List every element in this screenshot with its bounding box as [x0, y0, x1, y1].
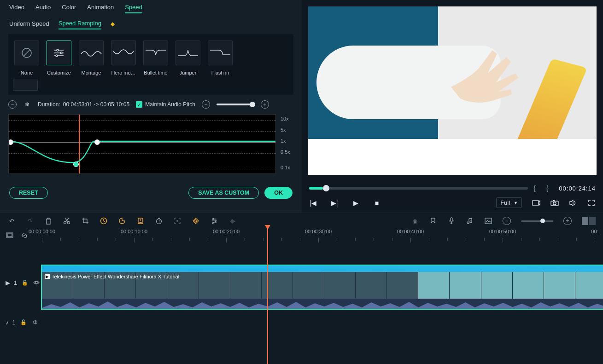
redo-icon[interactable]: ↷ [26, 217, 34, 225]
timeline-toolbar: ↶ ↷ ◉ − + [0, 213, 603, 229]
speed-axis-labels: 10x 5x 1x 0.5x 0.1x [281, 114, 293, 174]
keyframe-tool-icon[interactable] [192, 217, 200, 225]
video-clip-1[interactable]: ▶Telekinesis Power Effect Wondershare Fi… [41, 265, 603, 310]
render-icon[interactable]: ◉ [410, 217, 419, 225]
remove-keyframe-button[interactable]: − [8, 100, 17, 109]
delete-icon[interactable] [44, 217, 53, 225]
tab-audio[interactable]: Audio [35, 4, 51, 13]
zoom-out-button[interactable]: − [503, 217, 511, 225]
render-preview-icon[interactable] [532, 199, 540, 207]
zoom-slider[interactable] [521, 220, 553, 222]
volume-icon[interactable] [569, 199, 577, 207]
mute-icon[interactable] [31, 318, 40, 326]
preset-none[interactable]: None [13, 40, 41, 76]
preset-flash-in[interactable]: Flash in [206, 40, 234, 76]
svg-point-24 [212, 222, 214, 224]
tab-color[interactable]: Color [62, 4, 76, 13]
video-track-1[interactable]: ▶ 1 🔓 ▶Telekinesis Power Effect Wondersh… [40, 265, 603, 310]
chevron-down-icon: ▼ [514, 201, 518, 205]
audio-track-number: 1 [12, 319, 16, 326]
voice-icon[interactable] [447, 217, 456, 225]
speed-increase-button[interactable]: + [261, 100, 269, 109]
ok-button[interactable]: OK [264, 187, 293, 199]
video-preview[interactable] [308, 6, 597, 175]
svg-rect-11 [553, 200, 555, 201]
visibility-icon[interactable] [32, 278, 40, 287]
play-icon[interactable]: ▶ [351, 199, 360, 207]
zoom-in-button[interactable]: + [563, 217, 572, 225]
video-preview-area [302, 0, 603, 181]
preset-customize[interactable]: Customize [45, 40, 73, 76]
save-as-custom-button[interactable]: SAVE AS CUSTOM [188, 187, 259, 199]
focus-icon[interactable] [173, 217, 181, 225]
preset-customize-label: Customize [45, 70, 73, 76]
green-screen-icon[interactable] [136, 217, 145, 225]
preview-quality-select[interactable]: Full▼ [496, 197, 522, 208]
link-icon[interactable] [20, 231, 29, 240]
speed-decrease-button[interactable]: − [202, 100, 210, 109]
speed-slider[interactable] [217, 104, 254, 105]
tab-video[interactable]: Video [9, 4, 24, 13]
speed-tool-icon[interactable] [100, 217, 108, 225]
audio-tool-icon[interactable] [228, 217, 237, 225]
prev-frame-icon[interactable]: |◀ [309, 199, 317, 207]
mixer-icon[interactable] [466, 217, 474, 225]
preset-hero-moment-label: Hero mo… [110, 70, 137, 76]
audio-track-icon: ♪ [6, 319, 9, 326]
preset-overflow-row [13, 76, 289, 91]
color-tool-icon[interactable] [118, 217, 126, 225]
preset-jumper[interactable]: Jumper [174, 40, 202, 76]
inspector-panel: Video Audio Color Animation Speed Unifor… [0, 0, 302, 213]
preset-none-label: None [13, 70, 41, 76]
preset-flash-in-label: Flash in [206, 70, 234, 76]
panel-buttons: RESET SAVE AS CUSTOM OK [0, 178, 302, 204]
clip-play-icon: ▶ [45, 274, 50, 279]
star-icon: ◆ [111, 21, 115, 29]
undo-icon[interactable]: ↶ [7, 217, 16, 225]
duration-label: Duration: [38, 101, 60, 108]
freeze-frame-icon[interactable]: ❄ [23, 100, 31, 109]
fullscreen-icon[interactable] [587, 199, 596, 207]
svg-rect-28 [7, 234, 12, 237]
snapshot-icon[interactable] [550, 199, 559, 207]
preset-bullet-time[interactable]: Bullet time [142, 40, 170, 76]
audio-lock-icon[interactable]: 🔓 [19, 318, 28, 326]
preset-hero-moment[interactable]: Hero mo… [110, 40, 137, 76]
marker-add-icon[interactable] [429, 217, 437, 225]
curve-point-2[interactable] [73, 162, 79, 167]
tab-animation[interactable]: Animation [87, 4, 114, 13]
duration-value: 00:04:53:01 -> 00:05:10:05 [63, 101, 129, 108]
svg-rect-25 [451, 218, 452, 221]
speed-subtabs: Uniform Speed Speed Ramping ◆ [0, 15, 302, 34]
adjustments-icon[interactable] [210, 217, 218, 225]
audio-track-1[interactable]: ♪ 1 🔓 [40, 318, 603, 330]
subtab-speed-ramping[interactable]: Speed Ramping [59, 20, 101, 29]
timeline-ruler[interactable]: 00:00:00:0000:00:10:0000:00:20:0000:00:3… [40, 229, 603, 247]
maintain-pitch-toggle[interactable]: ✓ Maintain Audio Pitch [136, 101, 195, 108]
seekbar[interactable] [309, 187, 528, 190]
preset-montage[interactable]: Montage [77, 40, 105, 76]
coverframe-icon[interactable] [484, 217, 492, 225]
maintain-pitch-label: Maintain Audio Pitch [145, 101, 195, 108]
duration-tool-icon[interactable] [155, 217, 163, 225]
svg-point-23 [215, 220, 217, 222]
stop-icon[interactable]: ■ [373, 199, 381, 207]
split-icon[interactable] [63, 217, 71, 225]
svg-rect-8 [533, 201, 539, 205]
curve-point-3[interactable] [94, 139, 100, 145]
preset-jumper-label: Jumper [174, 70, 202, 76]
timeline-playhead[interactable] [267, 247, 268, 330]
timeline-view-toggle[interactable] [582, 217, 596, 225]
crop-icon[interactable] [81, 217, 89, 225]
ramping-graph[interactable] [8, 114, 276, 174]
match-zoom-icon[interactable] [6, 231, 14, 240]
ruler-label: 00:00:20:00 [213, 229, 240, 234]
next-frame-icon[interactable]: ▶| [330, 199, 339, 207]
lock-icon[interactable]: 🔓 [21, 278, 29, 287]
svg-point-7 [56, 55, 58, 57]
subtab-uniform-speed[interactable]: Uniform Speed [9, 20, 49, 29]
tab-speed[interactable]: Speed [125, 4, 142, 13]
preset-bullet-time-label: Bullet time [142, 70, 170, 76]
svg-point-29 [35, 282, 37, 283]
reset-button[interactable]: RESET [9, 187, 48, 199]
